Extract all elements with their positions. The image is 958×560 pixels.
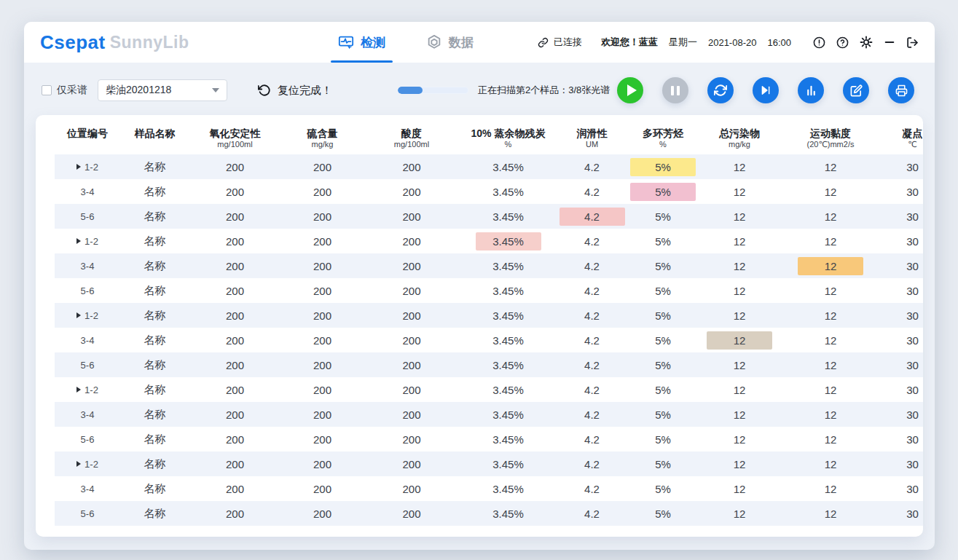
data-cell: 3.45% xyxy=(459,229,557,253)
start-button[interactable] xyxy=(617,77,643,103)
data-cell: 名称 xyxy=(120,229,189,253)
data-cell: 200 xyxy=(364,179,459,204)
data-cell: 3.45% xyxy=(459,154,557,179)
position-label: 5-6 xyxy=(81,434,95,445)
data-cell: 12 xyxy=(780,501,882,526)
scan-progress-fill xyxy=(398,87,423,94)
tab-data[interactable]: 数据 xyxy=(406,22,494,63)
position-cell[interactable]: 1-2 xyxy=(55,377,120,402)
expand-triangle-icon[interactable] xyxy=(76,238,81,244)
data-cell: 5% xyxy=(627,352,699,377)
data-cell: 5% xyxy=(627,229,699,253)
data-cell: 200 xyxy=(364,427,459,451)
position-label: 3-4 xyxy=(81,186,95,197)
logo-secondary: SunnyLib xyxy=(110,33,189,52)
minimize-icon[interactable] xyxy=(884,36,895,48)
data-cell: 30 xyxy=(882,328,923,352)
info-icon[interactable] xyxy=(813,36,825,49)
data-cell: 3.45% xyxy=(459,328,557,352)
data-cell: 4.2 xyxy=(557,229,627,253)
data-cell: 200 xyxy=(189,501,280,526)
edit-icon xyxy=(850,84,863,97)
position-label: 3-4 xyxy=(81,484,95,494)
table-row: 5-6名称2002002003.45%4.25%121230 xyxy=(55,204,923,229)
export-button[interactable] xyxy=(843,77,869,103)
position-cell: 5-6 xyxy=(55,278,120,303)
table-row: 3-4名称2002002003.45%4.25%121230 xyxy=(55,179,923,204)
column-header: 酸度mg/100ml xyxy=(364,121,459,154)
data-cell: 200 xyxy=(189,179,280,204)
table-row: 3-4名称2002002003.45%4.25%121230 xyxy=(55,402,923,427)
data-cell: 200 xyxy=(364,154,459,179)
pause-button[interactable] xyxy=(662,77,688,103)
table-row: 3-4名称2002002003.45%4.25%121230 xyxy=(55,253,923,278)
printer-icon xyxy=(895,84,908,97)
position-label: 5-6 xyxy=(81,508,95,519)
position-label: 1-2 xyxy=(85,384,98,395)
table-row: 5-6名称2002002003.45%4.25%121230 xyxy=(55,501,923,526)
tab-detection[interactable]: 检测 xyxy=(318,22,406,63)
reset-refresh-icon[interactable] xyxy=(258,84,271,97)
position-cell[interactable]: 1-2 xyxy=(55,303,120,328)
data-cell: 名称 xyxy=(120,352,189,377)
connection-label: 已连接 xyxy=(554,36,582,49)
data-cell: 名称 xyxy=(120,303,189,328)
only-spectrum-checkbox[interactable]: 仅采谱 xyxy=(42,84,87,97)
checkbox-box[interactable] xyxy=(42,85,52,95)
print-button[interactable] xyxy=(888,77,914,103)
data-cell: 4.2 xyxy=(557,476,627,501)
data-cell: 12 xyxy=(699,179,780,204)
expand-triangle-icon[interactable] xyxy=(76,164,81,170)
highlighted-value: 3.45% xyxy=(476,232,541,251)
skip-button[interactable] xyxy=(753,77,779,103)
expand-triangle-icon[interactable] xyxy=(76,461,81,467)
data-cell: 名称 xyxy=(120,427,189,451)
logo: Csepat SunnyLib xyxy=(40,22,189,63)
welcome-area: 欢迎您！蓝蓝 星期一 2021-08-20 16:00 xyxy=(601,22,791,63)
statistics-button[interactable] xyxy=(798,77,824,103)
data-cell: 12 xyxy=(780,352,882,377)
main-nav: 检测 数据 xyxy=(318,22,494,63)
data-cell: 名称 xyxy=(120,476,189,501)
position-cell[interactable]: 1-2 xyxy=(55,154,120,179)
reset-status-text: 复位完成！ xyxy=(278,84,332,98)
data-cell: 30 xyxy=(882,377,923,402)
column-header: 润滑性UM xyxy=(557,121,627,154)
data-cell: 12 xyxy=(780,229,882,253)
data-cell: 12 xyxy=(780,427,882,451)
position-label: 3-4 xyxy=(81,261,95,272)
data-cell: 3.45% xyxy=(459,204,557,229)
data-cell: 30 xyxy=(882,253,923,278)
data-cell: 200 xyxy=(280,204,364,229)
welcome-text: 欢迎您！蓝蓝 xyxy=(601,36,658,49)
expand-triangle-icon[interactable] xyxy=(76,387,81,393)
tab-data-label: 数据 xyxy=(449,34,474,51)
data-cell: 12 xyxy=(780,476,882,501)
data-cell: 4.2 xyxy=(557,179,627,204)
data-cell: 200 xyxy=(364,303,459,328)
expand-triangle-icon[interactable] xyxy=(76,312,81,318)
data-cell: 12 xyxy=(699,451,780,476)
data-cell: 200 xyxy=(280,451,364,476)
position-cell[interactable]: 1-2 xyxy=(55,229,120,253)
data-cell: 30 xyxy=(882,427,923,451)
gear-icon[interactable] xyxy=(860,36,873,49)
hexagon-data-icon xyxy=(426,34,442,50)
data-cell: 名称 xyxy=(120,278,189,303)
sample-select[interactable]: 柴油20201218 xyxy=(98,79,227,101)
position-label: 1-2 xyxy=(85,236,98,247)
position-label: 5-6 xyxy=(81,211,95,222)
refresh-button[interactable] xyxy=(707,77,734,103)
position-cell[interactable]: 1-2 xyxy=(55,451,120,476)
help-icon[interactable] xyxy=(836,36,849,49)
data-cell: 名称 xyxy=(120,154,189,179)
data-cell: 4.2 xyxy=(557,303,627,328)
data-cell: 4.2 xyxy=(557,352,627,377)
page-background: Csepat SunnyLib 检测 xyxy=(0,0,958,560)
data-cell: 30 xyxy=(882,402,923,427)
exit-icon[interactable] xyxy=(906,36,919,49)
data-cell: 5% xyxy=(627,328,699,352)
data-cell: 5% xyxy=(627,402,699,427)
data-cell: 200 xyxy=(364,204,459,229)
data-cell: 12 xyxy=(780,451,882,476)
